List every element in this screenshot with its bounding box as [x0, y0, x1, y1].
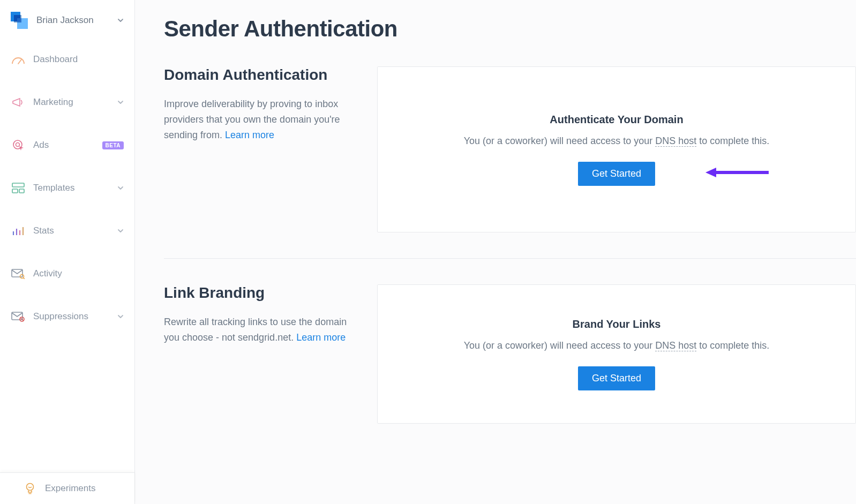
account-logo-icon — [11, 12, 28, 29]
svg-line-12 — [24, 278, 25, 280]
chevron-down-icon — [117, 228, 124, 234]
learn-more-link[interactable]: Learn more — [225, 130, 274, 140]
sidebar-item-templates[interactable]: Templates — [0, 175, 134, 201]
sidebar-item-suppressions[interactable]: Suppressions — [0, 303, 134, 330]
sidebar-item-experiments[interactable]: Experiments — [0, 472, 134, 504]
section-heading: Domain Authentication — [164, 66, 362, 84]
layout-icon — [11, 182, 26, 194]
nav-label: Dashboard — [33, 54, 124, 65]
account-name: Brian Jackson — [36, 15, 117, 26]
sidebar-item-activity[interactable]: Activity — [0, 260, 134, 287]
page-title: Sender Authentication — [164, 16, 856, 42]
section-link-branding: Link Branding Rewrite all tracking links… — [164, 284, 856, 424]
sidebar-scroll: Brian Jackson Dashboard Marketing — [0, 0, 134, 504]
section-left: Domain Authentication Improve deliverabi… — [164, 66, 362, 142]
gauge-icon — [11, 54, 26, 65]
cursor-icon — [11, 139, 26, 151]
nav-label: Activity — [33, 268, 124, 279]
sidebar-item-dashboard[interactable]: Dashboard — [0, 46, 134, 73]
beta-badge: BETA — [102, 141, 124, 149]
bulb-icon — [22, 483, 37, 494]
nav-label: Marketing — [33, 97, 117, 108]
svg-point-16 — [27, 484, 34, 491]
svg-line-0 — [18, 59, 21, 64]
card-description: You (or a coworker) will need access to … — [464, 136, 770, 147]
svg-point-11 — [20, 275, 24, 279]
get-started-button[interactable]: Get Started — [578, 162, 655, 186]
nav-label: Suppressions — [33, 311, 117, 322]
chevron-down-icon — [117, 99, 124, 106]
nav-label: Templates — [33, 183, 117, 193]
svg-line-15 — [20, 318, 24, 321]
nav-label: Stats — [33, 225, 117, 236]
svg-rect-5 — [19, 189, 24, 193]
megaphone-icon — [11, 96, 26, 108]
dns-host-tooltip[interactable]: DNS host — [655, 136, 696, 147]
envelope-block-icon — [11, 311, 26, 322]
account-switcher[interactable]: Brian Jackson — [0, 0, 134, 41]
get-started-button[interactable]: Get Started — [578, 366, 655, 390]
card-title: Authenticate Your Domain — [550, 114, 683, 126]
svg-rect-10 — [12, 269, 22, 277]
card-title: Brand Your Links — [573, 318, 661, 330]
section-domain-authentication: Domain Authentication Improve deliverabi… — [164, 66, 856, 232]
sidebar-item-ads[interactable]: Ads BETA — [0, 132, 134, 159]
stats-icon — [11, 225, 26, 237]
chevron-down-icon — [117, 185, 124, 191]
svg-marker-19 — [705, 168, 716, 177]
nav-list: Dashboard Marketing Ads BETA — [0, 41, 134, 330]
sidebar-item-stats[interactable]: Stats — [0, 217, 134, 244]
svg-rect-3 — [12, 183, 24, 187]
card-description: You (or a coworker) will need access to … — [464, 340, 770, 351]
chevron-down-icon — [117, 17, 124, 24]
chevron-down-icon — [117, 313, 124, 320]
learn-more-link[interactable]: Learn more — [296, 332, 346, 343]
dns-host-tooltip[interactable]: DNS host — [655, 340, 696, 351]
section-divider — [164, 258, 856, 259]
nav-label: Ads — [33, 140, 99, 151]
section-description: Improve deliverability by proving to inb… — [164, 96, 362, 142]
card-authenticate-domain: Authenticate Your Domain You (or a cowor… — [377, 66, 856, 232]
envelope-search-icon — [11, 268, 26, 280]
experiments-label: Experiments — [45, 483, 95, 494]
card-brand-links: Brand Your Links You (or a coworker) wil… — [377, 284, 856, 424]
sidebar-item-marketing[interactable]: Marketing — [0, 89, 134, 116]
arrow-annotation-icon — [705, 167, 770, 178]
section-left: Link Branding Rewrite all tracking links… — [164, 284, 362, 345]
svg-point-2 — [16, 143, 20, 147]
section-heading: Link Branding — [164, 284, 362, 302]
main-content: Sender Authentication Domain Authenticat… — [135, 0, 856, 504]
svg-rect-4 — [12, 189, 18, 193]
section-description: Rewrite all tracking links to use the do… — [164, 314, 362, 345]
sidebar: Brian Jackson Dashboard Marketing — [0, 0, 135, 504]
